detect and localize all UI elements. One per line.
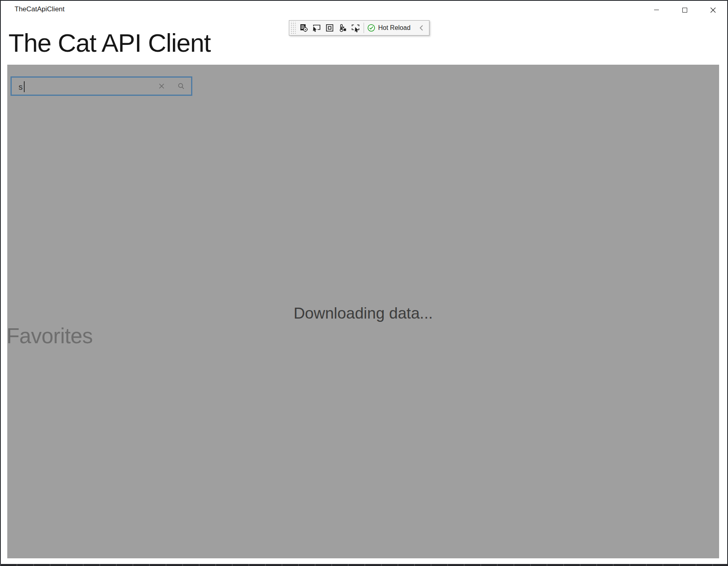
- magnifier-icon: [177, 82, 185, 90]
- page-title: The Cat API Client: [8, 28, 210, 57]
- loading-status-text: Downloading data...: [7, 304, 719, 322]
- hot-reload-button[interactable]: Hot Reload: [367, 24, 410, 32]
- enable-selection-button[interactable]: [310, 21, 323, 34]
- search-value: s: [19, 82, 23, 92]
- window-title: TheCatApiClient: [15, 5, 65, 13]
- minimize-icon: [654, 10, 659, 10]
- display-layout-adorners-icon: [325, 23, 335, 33]
- loading-overlay: s Downloading data... Favorites: [7, 65, 719, 558]
- xaml-debug-toolbar: Hot Reload: [289, 20, 429, 36]
- track-focused-element-button[interactable]: [349, 21, 362, 34]
- display-layout-adorners-button[interactable]: [323, 21, 336, 34]
- chevron-left-icon: [419, 25, 424, 31]
- maximize-icon: [682, 8, 687, 13]
- minimize-button[interactable]: [646, 1, 667, 19]
- live-visual-tree-icon: [299, 23, 309, 33]
- enable-selection-icon: [312, 23, 322, 33]
- favorites-section-label: Favorites: [6, 323, 93, 348]
- text-caret: [24, 81, 25, 92]
- bottom-edge-bar: [0, 564, 728, 566]
- green-check-circle-icon: [367, 24, 375, 32]
- live-visual-tree-button[interactable]: [297, 21, 310, 34]
- close-button[interactable]: [703, 1, 723, 19]
- toolbar-separator: [364, 23, 364, 33]
- hot-reload-label: Hot Reload: [378, 24, 410, 32]
- clear-x-icon: [158, 83, 165, 89]
- toolbar-collapse-button[interactable]: [417, 23, 426, 33]
- element-diagnostics-button[interactable]: [336, 21, 349, 34]
- clear-search-button[interactable]: [155, 78, 168, 95]
- close-icon: [710, 7, 716, 13]
- search-input[interactable]: s: [11, 76, 192, 96]
- title-bar: TheCatApiClient: [0, 0, 728, 19]
- toolbar-drag-grip[interactable]: [290, 21, 296, 34]
- element-diagnostics-icon: [338, 23, 347, 33]
- track-focused-element-icon: [351, 23, 360, 33]
- maximize-button[interactable]: [675, 1, 695, 19]
- search-button[interactable]: [174, 78, 188, 95]
